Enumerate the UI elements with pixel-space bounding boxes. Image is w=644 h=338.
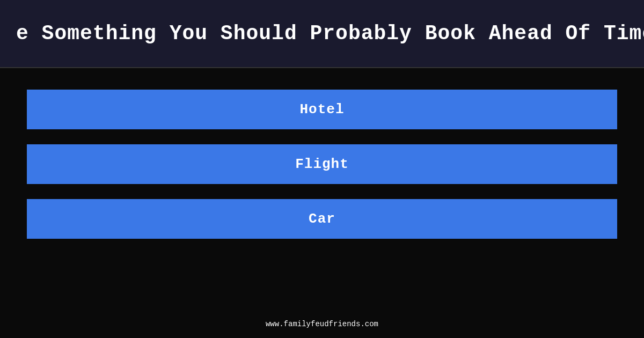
- answer-hotel[interactable]: Hotel: [27, 90, 617, 129]
- question-text: e Something You Should Probably Book Ahe…: [16, 22, 644, 45]
- answer-flight[interactable]: Flight: [27, 144, 617, 184]
- main-content: Hotel Flight Car: [0, 68, 644, 314]
- answer-car[interactable]: Car: [27, 199, 617, 239]
- footer: www.familyfeudfriends.com: [0, 314, 644, 338]
- footer-url: www.familyfeudfriends.com: [266, 320, 378, 328]
- header-banner: e Something You Should Probably Book Ahe…: [0, 0, 644, 68]
